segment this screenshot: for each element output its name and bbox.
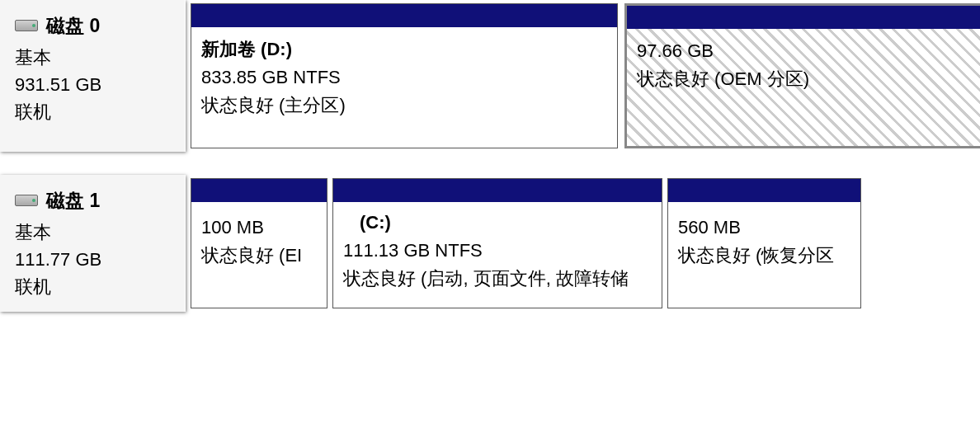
volume-name: 新加卷 (D:)	[201, 35, 607, 64]
volume-status: 状态良好 (EI	[201, 242, 317, 270]
partition-block[interactable]: 100 MB 状态良好 (EI	[191, 178, 327, 308]
volume-size-fs: 111.13 GB NTFS	[343, 237, 652, 265]
volume-status: 状态良好 (主分区)	[201, 92, 607, 120]
volume-size-fs: 560 MB	[678, 214, 850, 242]
volume-size-fs: 100 MB	[201, 214, 317, 242]
disk-status: 联机	[15, 98, 185, 125]
partition-map: 新加卷 (D:) 833.85 GB NTFS 状态良好 (主分区) 97.66…	[186, 0, 980, 152]
disk-title: 磁盘 0	[46, 12, 100, 40]
partition-block[interactable]: 97.66 GB 状态良好 (OEM 分区)	[624, 3, 980, 148]
partition-map: 100 MB 状态良好 (EI (C:) 111.13 GB NTFS 状态良好…	[186, 175, 980, 312]
volume-name: (C:)	[343, 209, 652, 237]
volume-status: 状态良好 (恢复分区	[678, 242, 850, 270]
volume-size-fs: 97.66 GB	[637, 37, 972, 65]
disk-title: 磁盘 1	[46, 186, 100, 215]
partition-header-bar	[191, 4, 617, 27]
disk-row: 磁盘 0 基本 931.51 GB 联机 新加卷 (D:) 833.85 GB …	[0, 0, 980, 152]
disk-status: 联机	[15, 273, 185, 300]
partition-block[interactable]: (C:) 111.13 GB NTFS 状态良好 (启动, 页面文件, 故障转储	[332, 178, 662, 308]
disk-capacity: 931.51 GB	[15, 71, 185, 98]
partition-header-bar	[668, 179, 860, 202]
partition-block[interactable]: 560 MB 状态良好 (恢复分区	[667, 178, 861, 308]
disk-row: 磁盘 1 基本 111.77 GB 联机 100 MB 状态良好 (EI (C:…	[0, 175, 980, 312]
disk-type: 基本	[15, 219, 185, 246]
disk-info-panel[interactable]: 磁盘 0 基本 931.51 GB 联机	[0, 0, 186, 152]
volume-status: 状态良好 (启动, 页面文件, 故障转储	[343, 265, 652, 293]
disk-icon	[15, 20, 38, 31]
partition-header-bar	[191, 179, 327, 202]
disk-capacity: 111.77 GB	[15, 246, 185, 273]
disk-info-panel[interactable]: 磁盘 1 基本 111.77 GB 联机	[0, 175, 186, 312]
partition-header-bar	[333, 179, 662, 202]
partition-header-bar	[627, 6, 980, 29]
disk-type: 基本	[15, 44, 185, 71]
volume-size-fs: 833.85 GB NTFS	[201, 64, 607, 92]
volume-status: 状态良好 (OEM 分区)	[637, 65, 972, 93]
disk-icon	[15, 195, 38, 206]
partition-block[interactable]: 新加卷 (D:) 833.85 GB NTFS 状态良好 (主分区)	[191, 3, 618, 148]
